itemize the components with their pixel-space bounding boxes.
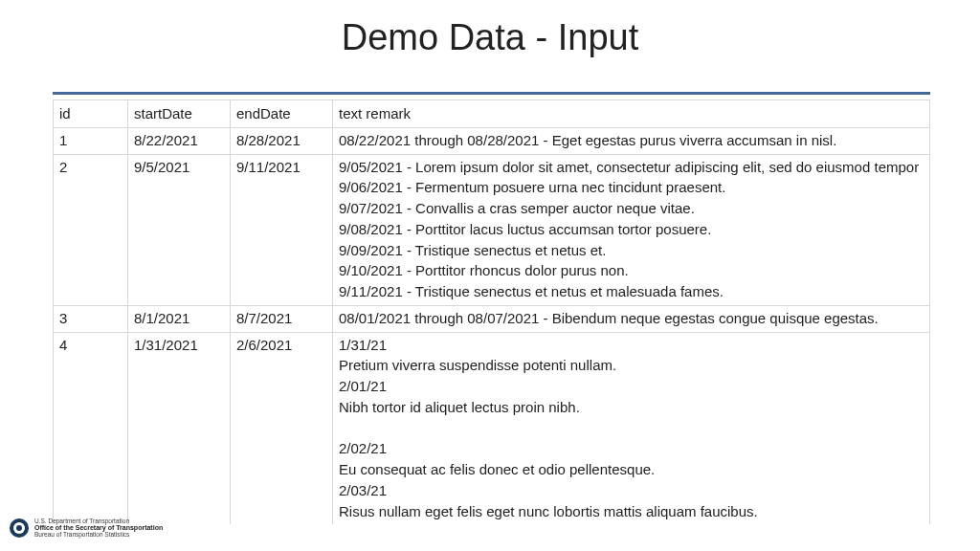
dot-logo-icon — [10, 518, 29, 538]
remark-line: 1/31/21 — [339, 335, 924, 356]
cell-start: 8/1/2021 — [128, 305, 231, 332]
remark-line: 9/10/2021 - Porttitor rhoncus dolor puru… — [339, 260, 924, 281]
remark-line: 2/03/21 — [339, 480, 924, 501]
cell-start: 8/22/2021 — [128, 127, 231, 154]
footer: U.S. Department of Transportation Office… — [10, 511, 163, 545]
cell-remark: 08/22/2021 through 08/28/2021 - Eget ege… — [333, 127, 930, 154]
table-row: 18/22/20218/28/202108/22/2021 through 08… — [54, 127, 930, 154]
cell-end: 8/28/2021 — [231, 127, 333, 154]
table-header-row: id startDate endDate text remark — [54, 100, 930, 128]
remark-line: 9/05/2021 - Lorem ipsum dolor sit amet, … — [339, 157, 924, 178]
col-end: endDate — [231, 100, 333, 128]
cell-end: 8/7/2021 — [231, 305, 333, 332]
cell-start: 1/31/2021 — [128, 332, 231, 524]
cell-remark: 9/05/2021 - Lorem ipsum dolor sit amet, … — [333, 154, 930, 305]
slide: Demo Data - Input id startDate endDate t… — [0, 0, 980, 551]
cell-remark: 08/01/2021 through 08/07/2021 - Bibendum… — [333, 305, 930, 332]
table-row: 41/31/20212/6/20211/31/21Pretium viverra… — [54, 332, 930, 524]
cell-remark: 1/31/21Pretium viverra suspendisse poten… — [333, 332, 930, 524]
cell-end: 9/11/2021 — [231, 154, 333, 305]
remark-line: 9/06/2021 - Fermentum posuere urna nec t… — [339, 177, 924, 198]
remark-line: 9/08/2021 - Porttitor lacus luctus accum… — [339, 219, 924, 240]
data-table-wrap: id startDate endDate text remark 18/22/2… — [53, 99, 930, 524]
remark-line: 08/01/2021 through 08/07/2021 - Bibendum… — [339, 308, 924, 329]
table-row: 29/5/20219/11/20219/05/2021 - Lorem ipsu… — [54, 154, 930, 305]
cell-start: 9/5/2021 — [128, 154, 231, 305]
col-id: id — [54, 100, 128, 128]
footer-line-3: Bureau of Transportation Statistics — [34, 532, 163, 539]
remark-line: Eu consequat ac felis donec et odio pell… — [339, 459, 924, 480]
title-rule — [53, 92, 930, 95]
cell-id: 2 — [54, 154, 128, 305]
data-table: id startDate endDate text remark 18/22/2… — [53, 99, 930, 524]
remark-line: 2/01/21 — [339, 376, 924, 397]
remark-line: 2/02/21 — [339, 438, 924, 459]
remark-line — [339, 418, 924, 439]
cell-end: 2/6/2021 — [231, 332, 333, 524]
col-start: startDate — [128, 100, 231, 128]
remark-line: 9/07/2021 - Convallis a cras semper auct… — [339, 198, 924, 219]
remark-line: 9/11/2021 - Tristique senectus et netus … — [339, 281, 924, 302]
footer-line-1: U.S. Department of Transportation — [34, 518, 163, 525]
remark-line: Pretium viverra suspendisse potenti null… — [339, 355, 924, 376]
remark-line: Nibh tortor id aliquet lectus proin nibh… — [339, 397, 924, 418]
footer-text: U.S. Department of Transportation Office… — [34, 518, 163, 539]
table-body: 18/22/20218/28/202108/22/2021 through 08… — [54, 127, 930, 524]
table-row: 38/1/20218/7/202108/01/2021 through 08/0… — [54, 305, 930, 332]
slide-title: Demo Data - Input — [0, 17, 980, 58]
cell-id: 3 — [54, 305, 128, 332]
col-text: text remark — [333, 100, 930, 128]
remark-line: 9/09/2021 - Tristique senectus et netus … — [339, 240, 924, 261]
remark-line: 08/22/2021 through 08/28/2021 - Eget ege… — [339, 130, 924, 151]
cell-id: 1 — [54, 127, 128, 154]
cell-id: 4 — [54, 332, 128, 524]
remark-line: Risus nullam eget felis eget nunc lobort… — [339, 501, 924, 522]
